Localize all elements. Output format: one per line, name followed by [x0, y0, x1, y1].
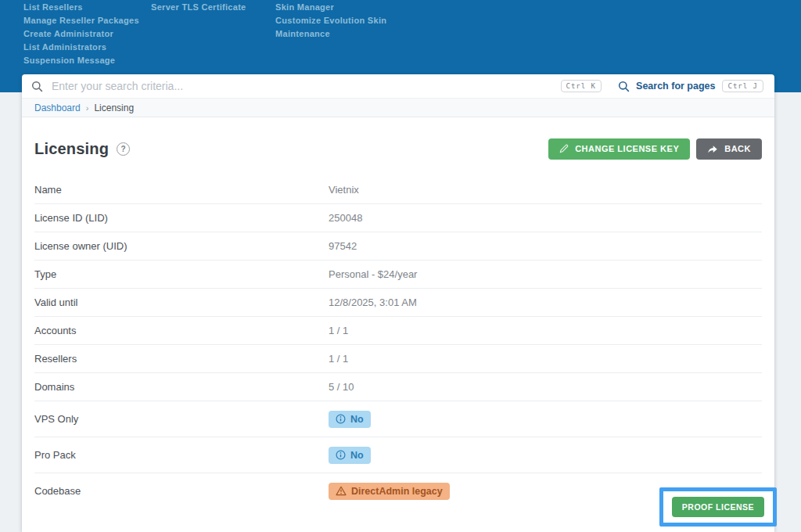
- row-value: 97542: [329, 240, 357, 252]
- search-pages-icon: [618, 81, 630, 92]
- menu-column-server: Server TLS Certificate: [151, 1, 246, 14]
- forward-arrow-icon: [707, 144, 718, 154]
- page-title: Licensing: [34, 140, 109, 158]
- back-button[interactable]: BACK: [696, 138, 762, 160]
- search-for-pages-label: Search for pages: [636, 81, 715, 92]
- row-value: 5 / 10: [329, 381, 354, 393]
- row-value: Personal - $24/year: [329, 268, 417, 280]
- row-label: Resellers: [34, 353, 329, 365]
- search-bar: Ctrl K Search for pages Ctrl J: [22, 74, 774, 98]
- row-value: No: [329, 411, 371, 428]
- page-content: Licensing ? CHANGE LICENSE KEY BACK: [22, 138, 774, 509]
- pencil-icon: [559, 144, 569, 153]
- search-for-pages-button[interactable]: Search for pages: [618, 81, 715, 92]
- warning-badge: DirectAdmin legacy: [329, 483, 450, 500]
- menu-item-list-resellers[interactable]: List Resellers: [23, 1, 139, 14]
- menu-item-suspension-message[interactable]: Suspension Message: [23, 54, 139, 67]
- change-license-key-button[interactable]: CHANGE LICENSE KEY: [548, 138, 690, 160]
- menu-column-admin: List Resellers Manage Reseller Packages …: [23, 1, 139, 67]
- table-row-type: Type Personal - $24/year: [34, 261, 762, 289]
- menu-item-list-administrators[interactable]: List Administrators: [23, 41, 139, 54]
- badge-label: No: [350, 414, 364, 425]
- status-badge: No: [329, 411, 371, 428]
- row-label: Name: [34, 184, 329, 196]
- breadcrumb-current-page: Licensing: [94, 102, 134, 113]
- info-icon: [336, 414, 346, 424]
- table-row-name: Name Vietnix: [34, 176, 762, 204]
- annotation-highlight-box: PROOF LICENSE: [659, 487, 777, 527]
- row-value: 250048: [329, 212, 362, 224]
- table-row-license-id: License ID (LID) 250048: [34, 204, 762, 232]
- menu-column-skins: Skin Manager Customize Evolution Skin Ma…: [275, 1, 386, 41]
- row-label: VPS Only: [34, 413, 329, 425]
- status-badge: No: [329, 447, 371, 464]
- row-value: Vietnix: [329, 184, 359, 196]
- row-label: Domains: [34, 381, 329, 393]
- table-row-license-owner: License owner (UID) 97542: [34, 232, 762, 261]
- badge-label: No: [350, 450, 364, 461]
- table-row-accounts: Accounts 1 / 1: [34, 317, 762, 345]
- row-label: License ID (LID): [34, 212, 329, 224]
- help-icon[interactable]: ?: [117, 142, 130, 156]
- table-row-domains: Domains 5 / 10: [34, 373, 762, 401]
- shortcut-badge-ctrl-j: Ctrl J: [722, 80, 763, 92]
- warning-triangle-icon: [336, 486, 347, 496]
- badge-label: DirectAdmin legacy: [351, 486, 443, 497]
- table-row-resellers: Resellers 1 / 1: [34, 345, 762, 373]
- row-value: 12/8/2025, 3:01 AM: [329, 297, 417, 308]
- table-row-valid-until: Valid until 12/8/2025, 3:01 AM: [34, 289, 762, 317]
- table-row-pro-pack: Pro Pack No: [34, 437, 762, 473]
- row-label: License owner (UID): [34, 240, 329, 252]
- menu-item-server-tls-certificate[interactable]: Server TLS Certificate: [151, 1, 246, 14]
- row-label: Accounts: [34, 325, 329, 336]
- menu-item-maintenance[interactable]: Maintenance: [275, 27, 386, 41]
- shortcut-badge-ctrl-k: Ctrl K: [561, 80, 602, 92]
- breadcrumb: Dashboard › Licensing: [22, 98, 774, 117]
- row-value: DirectAdmin legacy: [329, 483, 450, 500]
- row-label: Valid until: [34, 297, 329, 308]
- title-actions: CHANGE LICENSE KEY BACK: [548, 138, 762, 160]
- search-input[interactable]: [50, 79, 554, 93]
- breadcrumb-dashboard-link[interactable]: Dashboard: [34, 102, 81, 113]
- proof-license-button[interactable]: PROOF LICENSE: [672, 497, 764, 517]
- row-label: Type: [34, 268, 329, 280]
- back-label: BACK: [724, 144, 751, 153]
- breadcrumb-separator: ›: [86, 103, 89, 113]
- row-label: Codebase: [34, 485, 329, 497]
- proof-license-label: PROOF LICENSE: [682, 502, 754, 512]
- search-icon: [31, 81, 43, 92]
- license-details-table: Name Vietnix License ID (LID) 250048 Lic…: [34, 176, 762, 509]
- menu-item-create-administrator[interactable]: Create Administrator: [23, 27, 139, 41]
- menu-item-manage-reseller-packages[interactable]: Manage Reseller Packages: [23, 14, 139, 27]
- row-value: 1 / 1: [329, 325, 348, 336]
- table-row-vps-only: VPS Only No: [34, 401, 762, 437]
- menu-item-skin-manager[interactable]: Skin Manager: [275, 1, 386, 14]
- menu-item-customize-evolution-skin[interactable]: Customize Evolution Skin: [275, 14, 386, 27]
- main-panel: Ctrl K Search for pages Ctrl J Dashboard…: [22, 74, 774, 532]
- row-value: 1 / 1: [329, 353, 348, 365]
- change-license-key-label: CHANGE LICENSE KEY: [575, 144, 679, 153]
- title-row: Licensing ? CHANGE LICENSE KEY BACK: [34, 138, 762, 160]
- row-value: No: [329, 447, 371, 464]
- row-label: Pro Pack: [34, 449, 329, 461]
- info-icon: [336, 450, 346, 460]
- table-row-codebase: Codebase DirectAdmin legacy: [34, 473, 762, 509]
